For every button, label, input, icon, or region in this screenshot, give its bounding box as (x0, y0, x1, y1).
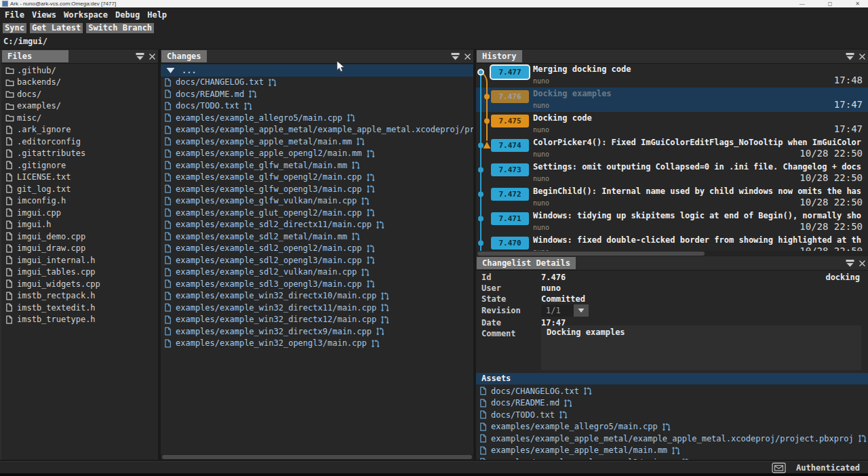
changed-file-row[interactable]: examples/example_win32_directx9/main.cpp (161, 325, 473, 338)
file-icon (164, 102, 176, 111)
changes-tab[interactable]: Changes (161, 50, 207, 62)
changed-file-row[interactable]: examples/example_glfw_opengl2/main.cpp (161, 172, 473, 184)
branch-icon (366, 244, 375, 253)
changed-file-row[interactable]: examples/example_sdl2_metal/main.mm (161, 231, 473, 243)
files-tab[interactable]: Files (2, 50, 68, 62)
asset-file-row[interactable]: docs/CHANGELOG.txt (476, 385, 868, 397)
changed-file-row[interactable]: examples/example_sdl2_opengl2/main.cpp (161, 243, 473, 255)
file-tree-item[interactable]: .editorconfig (1, 136, 158, 148)
menu-item-help[interactable]: Help (147, 10, 167, 20)
history-entry[interactable]: 7.470Windows: fixed double-clicked borde… (476, 234, 868, 251)
file-tree-item[interactable]: examples/ (1, 100, 158, 113)
changed-file-row[interactable]: examples/example_sdl3_opengl3/main.cpp (161, 278, 473, 290)
revision-combo[interactable]: 1/1 (541, 304, 589, 317)
changed-file-row[interactable]: examples/example_allegro5/main.cpp (161, 112, 473, 124)
changes-hscrollbar[interactable] (161, 454, 473, 460)
history-entry[interactable]: 7.477Merging docking codenuno17:48 (476, 63, 868, 87)
file-tree-item[interactable]: imstb_truetype.h (1, 314, 158, 326)
file-tree-item[interactable]: misc/ (1, 112, 158, 124)
commit-time: 10/28 22:50 (800, 172, 863, 183)
menu-item-views[interactable]: Views (32, 10, 56, 20)
filter-icon[interactable] (136, 52, 144, 60)
changed-file-row[interactable]: examples/example_glut_opengl2/main.cpp (161, 207, 473, 219)
changed-file-row[interactable]: docs/TODO.txt (161, 100, 473, 113)
changes-group-row[interactable]: ... (161, 64, 473, 77)
file-tree-item[interactable]: .gitattributes (1, 148, 158, 160)
history-hscrollbar[interactable] (476, 251, 868, 256)
asset-file-name: examples/example_apple_opengl2/main.mm (491, 458, 677, 460)
close-icon[interactable] (149, 53, 156, 60)
file-tree-item[interactable]: imgui_tables.cpp (1, 266, 158, 279)
history-tab[interactable]: History (477, 50, 522, 62)
filter-icon[interactable] (451, 52, 460, 60)
commit-author: nuno (533, 151, 549, 158)
get-latest-button[interactable]: Get Latest (30, 23, 83, 33)
file-tree-item[interactable]: imgui.h (1, 219, 158, 231)
file-tree-item[interactable]: .gitignore (1, 159, 158, 172)
asset-file-row[interactable]: examples/example_apple_metal/example_app… (476, 433, 868, 445)
history-entry[interactable]: 7.474ColorPicker4(): Fixed ImGuiColorEdi… (476, 136, 868, 161)
asset-file-name: docs/TODO.txt (491, 410, 555, 420)
comment-field[interactable]: Docking examples (541, 325, 861, 370)
minimize-button[interactable]: — (800, 1, 805, 7)
changed-file-row[interactable]: examples/example_win32_directx11/main.cp… (161, 302, 473, 314)
maximize-button[interactable]: ◻ (828, 1, 833, 7)
changed-file-row[interactable]: examples/example_win32_opengl3/main.cpp (161, 338, 473, 350)
folder-icon (5, 78, 17, 87)
asset-file-row[interactable]: docs/README.md (476, 397, 868, 410)
history-entry[interactable]: 7.476Docking examplesnuno17:47 (476, 87, 868, 112)
changed-file-row[interactable]: examples/example_win32_directx10/main.cp… (161, 290, 473, 302)
changed-file-row[interactable]: docs/README.md (161, 88, 473, 100)
file-name: .gitattributes (17, 148, 85, 158)
file-tree-item[interactable]: imconfig.h (1, 195, 158, 207)
menu-item-workspace[interactable]: Workspace (64, 10, 108, 20)
file-tree-item[interactable]: imgui_demo.cpp (1, 231, 158, 243)
history-entry[interactable]: 7.473Settings: omit outputing Collapsed=… (476, 161, 868, 185)
folder-icon (5, 66, 17, 75)
asset-file-row[interactable]: examples/example_allegro5/main.cpp (476, 421, 868, 433)
changed-file-row[interactable]: examples/example_glfw_vulkan/main.cpp (161, 195, 473, 207)
changelist-details-tab[interactable]: Changelist Details (477, 257, 576, 269)
file-tree-item[interactable]: git_log.txt (1, 183, 158, 195)
changed-file-row[interactable]: examples/example_apple_metal/main.mm (161, 136, 473, 148)
file-tree-item[interactable]: .ark_ignore (1, 124, 158, 136)
file-tree-item[interactable]: imstb_textedit.h (1, 302, 158, 314)
file-tree-item[interactable]: backends/ (1, 77, 158, 89)
asset-file-row[interactable]: docs/TODO.txt (476, 409, 868, 421)
file-tree-item[interactable]: imgui_widgets.cpp (1, 278, 158, 290)
filter-icon[interactable] (846, 259, 854, 267)
changed-file-row[interactable]: examples/example_sdl2_directx11/main.cpp (161, 219, 473, 231)
close-icon[interactable] (859, 53, 866, 60)
history-entry[interactable]: 7.475Docking codenuno17:47 (476, 112, 868, 136)
changed-file-row[interactable]: examples/example_win32_directx12/main.cp… (161, 314, 473, 326)
changed-file-row[interactable]: examples/example_sdl2_opengl3/main.cpp (161, 254, 473, 266)
history-entry[interactable]: 7.472BeginChild(): Internal name used by… (476, 185, 868, 210)
file-tree-item[interactable]: imstb_rectpack.h (1, 290, 158, 302)
file-tree-item[interactable]: .github/ (1, 64, 158, 77)
sync-button[interactable]: Sync (3, 23, 26, 33)
changed-file-row[interactable]: examples/example_apple_metal/example_app… (161, 124, 473, 136)
file-tree-item[interactable]: imgui_draw.cpp (1, 243, 158, 255)
changed-file-row[interactable]: examples/example_sdl2_vulkan/main.cpp (161, 266, 473, 279)
branch-icon (361, 268, 370, 277)
asset-file-row[interactable]: examples/example_apple_opengl2/main.mm (476, 456, 868, 460)
switch-branch-button[interactable]: Switch Branch (86, 23, 154, 33)
asset-file-row[interactable]: examples/example_apple_metal/main.mm (476, 445, 868, 457)
history-entry[interactable]: 7.471Windows: tidying up skipitems logic… (476, 210, 868, 234)
changed-file-row[interactable]: docs/CHANGELOG.txt (161, 77, 473, 89)
menu-item-file[interactable]: File (5, 10, 24, 20)
close-icon[interactable] (859, 260, 866, 267)
close-icon[interactable] (464, 53, 471, 60)
menu-item-debug[interactable]: Debug (115, 10, 140, 20)
close-button[interactable]: ✕ (855, 1, 860, 7)
filter-icon[interactable] (846, 52, 854, 60)
changed-file-row[interactable]: examples/example_glfw_opengl3/main.cpp (161, 183, 473, 195)
chevron-down-icon[interactable] (574, 304, 589, 317)
file-tree-item[interactable]: imgui.cpp (1, 207, 158, 219)
changed-file-name: examples/example_win32_directx9/main.cpp (176, 327, 372, 336)
file-tree-item[interactable]: imgui_internal.h (1, 254, 158, 266)
changed-file-row[interactable]: examples/example_glfw_metal/main.mm (161, 159, 473, 172)
file-tree-item[interactable]: docs/ (1, 88, 158, 100)
changed-file-row[interactable]: examples/example_apple_opengl2/main.mm (161, 148, 473, 160)
file-tree-item[interactable]: LICENSE.txt (1, 172, 158, 184)
